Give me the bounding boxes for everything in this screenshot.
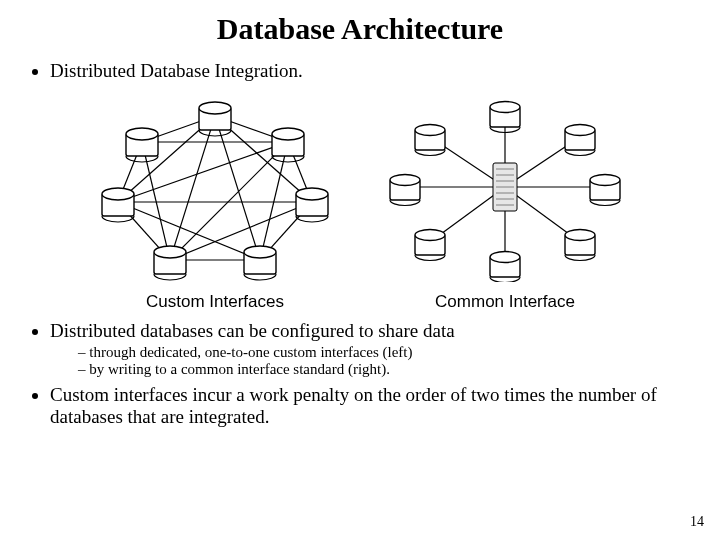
svg-line-12 (170, 202, 312, 260)
database-icon (102, 102, 328, 280)
svg-point-58 (490, 252, 520, 263)
svg-point-62 (390, 175, 420, 186)
page-number: 14 (690, 514, 704, 530)
bullet-configured: Distributed databases can be configured … (50, 320, 692, 378)
figure-row: Custom Interfaces (28, 92, 692, 312)
bullet-intro: Distributed Database Integration. (50, 60, 692, 82)
svg-point-64 (415, 125, 445, 136)
bullet-penalty: Custom interfaces incur a work penalty o… (50, 384, 692, 428)
svg-point-22 (272, 128, 304, 140)
svg-point-56 (565, 230, 595, 241)
svg-point-26 (244, 246, 276, 258)
svg-point-20 (199, 102, 231, 114)
svg-point-50 (490, 102, 520, 113)
svg-point-52 (565, 125, 595, 136)
figure-custom-interfaces: Custom Interfaces (90, 92, 340, 312)
svg-line-15 (118, 202, 260, 260)
slide-title: Database Architecture (28, 12, 692, 46)
server-icon (493, 163, 517, 211)
figure-caption-right: Common Interface (380, 292, 630, 312)
bullet-configured-text: Distributed databases can be configured … (50, 320, 455, 341)
subbullet-custom: through dedicated, one-to-one custom int… (78, 344, 692, 361)
svg-point-32 (126, 128, 158, 140)
svg-point-60 (415, 230, 445, 241)
svg-point-54 (590, 175, 620, 186)
svg-point-28 (154, 246, 186, 258)
figure-common-interface: Common Interface (380, 92, 630, 312)
subbullet-common: by writing to a common interface standar… (78, 361, 692, 378)
svg-point-24 (296, 188, 328, 200)
svg-point-30 (102, 188, 134, 200)
figure-caption-left: Custom Interfaces (90, 292, 340, 312)
